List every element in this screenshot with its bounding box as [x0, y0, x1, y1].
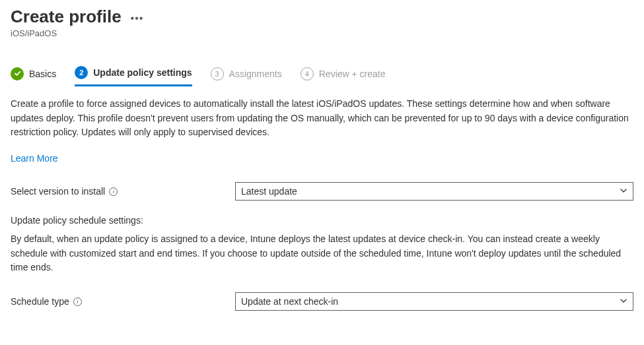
checkmark-icon — [11, 67, 24, 80]
schedule-type-label: Schedule type i — [11, 296, 235, 307]
step-number-icon: 3 — [211, 67, 224, 80]
tab-assignments[interactable]: 3 Assignments — [211, 67, 282, 86]
tab-review-create[interactable]: 4 Review + create — [301, 67, 386, 86]
info-icon[interactable]: i — [73, 298, 82, 306]
page-title: Create profile — [11, 7, 122, 27]
page-subtitle: iOS/iPadOS — [11, 28, 633, 38]
tab-label: Basics — [29, 69, 56, 79]
step-number-icon: 4 — [301, 67, 314, 80]
page-description: Create a profile to force assigned devic… — [11, 97, 631, 140]
tab-label: Assignments — [229, 69, 282, 79]
schedule-description: By default, when an update policy is ass… — [11, 232, 631, 275]
wizard-tabs: Basics 2 Update policy settings 3 Assign… — [11, 66, 633, 86]
select-value: Update at next check-in — [241, 296, 338, 307]
select-version-label: Select version to install i — [11, 186, 235, 197]
select-version-dropdown[interactable]: Latest update — [235, 182, 633, 201]
tab-label: Update policy settings — [93, 67, 192, 78]
tab-label: Review + create — [319, 69, 386, 79]
info-icon[interactable]: i — [109, 187, 118, 196]
more-actions-icon[interactable]: ••• — [131, 10, 144, 24]
chevron-down-icon — [620, 186, 627, 197]
learn-more-link[interactable]: Learn More — [11, 153, 58, 164]
tab-basics[interactable]: Basics — [11, 67, 56, 86]
chevron-down-icon — [620, 296, 627, 307]
schedule-section-heading: Update policy schedule settings: — [11, 215, 633, 226]
step-number-icon: 2 — [75, 66, 88, 79]
schedule-type-dropdown[interactable]: Update at next check-in — [235, 292, 633, 311]
tab-update-policy-settings[interactable]: 2 Update policy settings — [75, 66, 192, 86]
select-value: Latest update — [241, 186, 297, 197]
